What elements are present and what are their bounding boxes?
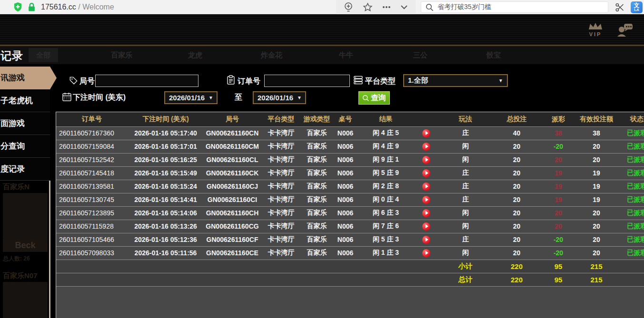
cell-payout: -20 [542, 233, 575, 246]
col-order: 订单号 [56, 112, 128, 126]
scissors-icon[interactable] [615, 2, 625, 12]
game-card-title: 百家乐N07 [3, 271, 48, 282]
table-row: 2601160570980332026-01-16 05:11:56GN0062… [56, 246, 644, 260]
lock-icon[interactable] [28, 2, 35, 11]
date-from-value: 2026/01/16 [169, 94, 205, 102]
vip-label: VIP [589, 31, 602, 37]
clipboard-icon [227, 75, 235, 85]
play-replay-icon[interactable] [422, 143, 430, 151]
cell-result: 闲 9 庄 1 [358, 153, 413, 166]
table-row: 2601160571590842026-01-16 05:17:01GN0062… [56, 140, 644, 153]
play-replay-icon[interactable] [422, 249, 430, 257]
play-replay-icon[interactable] [422, 209, 430, 217]
cell-status: 已派彩 [618, 166, 644, 180]
cell-result: 闲 1 庄 3 [358, 246, 413, 260]
dropdown-arrow-icon: ▼ [297, 95, 302, 100]
cell-round: GN006261160CM [204, 140, 261, 153]
query-search-icon [362, 95, 369, 102]
play-replay-icon[interactable] [422, 129, 430, 137]
cell-play_type: 庄 [439, 193, 492, 206]
dim-tab: 牛牛 [339, 48, 353, 62]
cell-valid_bet: 20 [575, 233, 618, 246]
query-button[interactable]: 查询 [358, 91, 390, 105]
browser-search[interactable]: 省考打破35岁门槛 [421, 1, 608, 13]
vip-button[interactable]: VIP [587, 22, 604, 37]
play-replay-icon[interactable] [422, 156, 430, 164]
search-icon [426, 3, 434, 11]
sidebar-item-slots[interactable]: 子老虎机 [0, 89, 50, 112]
dropdown-arrow-icon: ▼ [208, 95, 213, 100]
tag-icon [69, 76, 78, 85]
cell-play [413, 206, 439, 220]
cell-time: 2026-01-16 05:14:41 [128, 193, 204, 206]
table-header: 订单号 下注时间 (美东) 局号 平台类型 游戏类型 桌号 结果 玩法 总投注 … [56, 112, 644, 126]
url-text[interactable]: 175616.cc / Welcome [41, 3, 114, 11]
dim-tab: 三公 [413, 48, 427, 62]
date-to-select[interactable]: 2026/01/16 ▼ [253, 91, 306, 104]
cell-time: 2026-01-16 05:11:56 [128, 246, 204, 260]
favorites-star-icon[interactable] [363, 2, 373, 12]
reader-mode-icon[interactable] [344, 2, 353, 12]
table-row: 2601160571454182026-01-16 05:15:49GN0062… [56, 166, 644, 180]
browser-address: 175616.cc / Welcome [0, 2, 114, 12]
to-label: 至 [235, 93, 242, 103]
cell-order: 260116057152542 [56, 153, 128, 166]
play-replay-icon[interactable] [422, 196, 430, 204]
col-table-no: 桌号 [332, 112, 358, 126]
cell-platform: 卡卡湾厅 [261, 233, 301, 246]
play-replay-icon[interactable] [422, 183, 430, 191]
cell-play [413, 193, 439, 206]
order-no-label: 订单号 [238, 77, 260, 87]
cell-play_type: 闲 [439, 140, 492, 153]
cell-result: 闲 4 庄 9 [358, 140, 413, 153]
sidebar-item-table-games[interactable]: 面游戏 [0, 112, 50, 135]
cell-result: 闲 6 庄 3 [358, 206, 413, 220]
platform-type-select[interactable]: 1.全部 ▼ [403, 74, 508, 87]
cell-time: 2026-01-16 05:14:06 [128, 206, 204, 220]
cell-status: 已派彩 [618, 220, 644, 233]
cell-table_no: N006 [332, 206, 358, 220]
cell-total_bet: 20 [492, 193, 542, 206]
cell-round: GN006261160CG [204, 220, 261, 233]
cell-round: GN006261160CH [204, 206, 261, 220]
game-card-title: 百家乐N [3, 183, 48, 193]
cell-valid_bet: 20 [575, 246, 618, 260]
col-payout: 派彩 [542, 112, 575, 126]
chevron-down-icon[interactable] [400, 5, 408, 10]
more-ellipsis-icon[interactable] [382, 6, 391, 9]
cell-result: 闲 5 庄 9 [358, 166, 413, 180]
body-area: 讯游戏 子老虎机 面游戏 分查询 度记录 百家乐N Beck 总人数: 26 百… [0, 64, 644, 318]
date-to-value: 2026/01/16 [258, 94, 293, 102]
cell-valid_bet: 20 [575, 153, 618, 166]
cell-total_bet: 40 [492, 126, 542, 140]
play-replay-icon[interactable] [422, 222, 430, 231]
round-no-input[interactable] [95, 75, 198, 87]
cell-order: 260116057098033 [56, 246, 128, 260]
cell-play [413, 140, 439, 153]
cell-platform: 卡卡湾厅 [261, 206, 301, 220]
date-from-select[interactable]: 2026/01/16 ▼ [164, 91, 218, 104]
col-result: 结果 [358, 112, 413, 126]
cell-game: 百家乐 [301, 180, 332, 193]
sidebar-item-video-games[interactable]: 讯游戏 [0, 67, 50, 89]
shield-plus-icon[interactable] [13, 2, 22, 12]
vip-crown-icon [587, 22, 604, 31]
cell-game: 百家乐 [301, 220, 332, 233]
sidebar-item-points-query[interactable]: 分查询 [0, 135, 50, 158]
site-header: VIP [0, 14, 644, 46]
sidebar-item-quota-records[interactable]: 度记录 [0, 158, 50, 181]
translate-icon[interactable]: 文LA [631, 1, 643, 13]
cell-game: 百家乐 [301, 246, 332, 260]
customer-service-icon[interactable] [616, 23, 634, 37]
play-replay-icon[interactable] [422, 236, 430, 244]
dim-tab: 百家乐 [111, 48, 132, 62]
sidebar: 讯游戏 子老虎机 面游戏 分查询 度记录 百家乐N Beck 总人数: 26 百… [0, 64, 50, 318]
order-no-input[interactable] [264, 75, 350, 87]
cell-round: GN006261160CL [204, 153, 261, 166]
cell-total_bet: 20 [492, 153, 542, 166]
cell-table_no: N006 [332, 220, 358, 233]
cell-play_type: 闲 [439, 153, 492, 166]
play-replay-icon[interactable] [422, 169, 430, 177]
col-bet-time: 下注时间 (美东) [128, 112, 204, 126]
cell-time: 2026-01-16 05:15:49 [128, 166, 204, 180]
